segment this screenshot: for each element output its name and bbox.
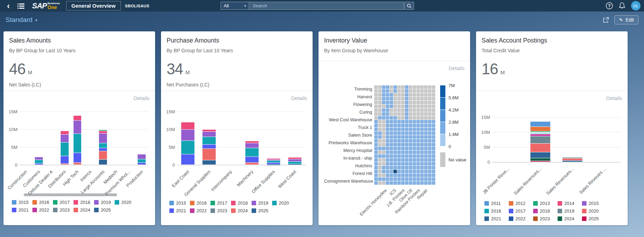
heatmap-cell[interactable] — [401, 112, 405, 116]
heatmap-cell[interactable] — [413, 105, 416, 108]
legend-item[interactable]: 2014 — [558, 201, 582, 206]
bar-segment[interactable] — [74, 163, 82, 165]
heatmap-cell[interactable] — [432, 174, 435, 177]
view-select[interactable]: Standard ▾ — [6, 16, 37, 24]
heatmap-cell[interactable] — [390, 166, 393, 169]
heatmap-cell[interactable] — [378, 135, 382, 139]
heatmap-cell[interactable] — [386, 162, 389, 166]
legend-item[interactable]: 2018 — [74, 200, 94, 205]
legend-item[interactable]: 2015 — [169, 200, 190, 206]
heatmap-cell[interactable] — [405, 124, 408, 127]
legend-item[interactable]: 2024 — [231, 208, 252, 213]
heatmap-cell[interactable] — [386, 116, 389, 120]
heatmap-cell[interactable] — [378, 116, 382, 120]
heatmap-cell[interactable] — [409, 151, 412, 154]
heatmap-cell[interactable] — [420, 108, 424, 112]
heatmap-cell[interactable] — [413, 181, 416, 185]
heatmap-cell[interactable] — [390, 85, 393, 89]
heatmap-cell[interactable] — [390, 105, 393, 108]
bar-segment[interactable] — [138, 154, 146, 159]
heatmap-cell[interactable] — [374, 101, 378, 104]
heatmap-cell[interactable] — [424, 139, 428, 143]
heatmap-cell[interactable] — [393, 124, 397, 127]
heatmap-cell[interactable] — [424, 158, 428, 162]
bar-segment[interactable] — [530, 161, 550, 162]
heatmap-cell[interactable] — [390, 131, 393, 135]
heatmap-cell[interactable] — [378, 174, 382, 177]
heatmap-cell[interactable] — [401, 101, 405, 104]
bar-segment[interactable] — [35, 160, 43, 163]
heatmap-cell[interactable] — [401, 174, 405, 177]
bar-segment[interactable] — [99, 151, 107, 159]
details-link[interactable]: Details — [133, 95, 150, 101]
heatmap-cell[interactable] — [386, 112, 389, 116]
heatmap-cell[interactable] — [382, 116, 385, 120]
heatmap-cell[interactable] — [378, 170, 382, 173]
heatmap-cell[interactable] — [420, 135, 424, 139]
legend-item[interactable]: 2019 — [252, 200, 272, 206]
bar-segment[interactable] — [245, 157, 259, 163]
heatmap-cell[interactable] — [374, 181, 378, 185]
heatmap-cell[interactable] — [432, 131, 435, 135]
heatmap-cell[interactable] — [416, 166, 420, 169]
bar-segment[interactable] — [245, 143, 259, 148]
heatmap-cell[interactable] — [390, 143, 393, 146]
heatmap-cell[interactable] — [413, 116, 416, 120]
bar-segment[interactable] — [530, 134, 550, 136]
heatmap-cell[interactable] — [393, 112, 397, 116]
heatmap-cell[interactable] — [409, 139, 412, 143]
heatmap-cell[interactable] — [393, 116, 397, 120]
search-icon[interactable] — [404, 2, 414, 10]
heatmap-cell[interactable] — [416, 177, 420, 181]
heatmap-cell[interactable] — [397, 105, 401, 108]
heatmap-cell[interactable] — [390, 128, 393, 131]
heatmap-cell[interactable] — [390, 101, 393, 104]
heatmap-cell[interactable] — [374, 112, 378, 116]
heatmap-cell[interactable] — [420, 97, 424, 100]
heatmap-cell[interactable] — [405, 85, 408, 89]
heatmap-cell[interactable] — [397, 154, 401, 158]
heatmap-cell[interactable] — [416, 135, 420, 139]
heatmap-cell[interactable] — [424, 89, 428, 93]
heatmap-cell[interactable] — [413, 135, 416, 139]
heatmap-cell[interactable] — [420, 162, 424, 166]
heatmap-cell[interactable] — [393, 101, 397, 104]
heatmap-cell[interactable] — [409, 131, 412, 135]
heatmap-cell[interactable] — [382, 112, 385, 116]
heatmap-cell[interactable] — [413, 101, 416, 104]
bar-segment[interactable] — [138, 163, 146, 165]
heatmap-cell[interactable] — [390, 124, 393, 127]
heatmap-cell[interactable] — [428, 97, 431, 100]
heatmap-cell[interactable] — [378, 101, 382, 104]
heatmap-cell[interactable] — [378, 139, 382, 143]
heatmap-cell[interactable] — [378, 128, 382, 131]
heatmap-cell[interactable] — [405, 174, 408, 177]
legend-item[interactable]: 2021 — [12, 207, 32, 213]
heatmap-cell[interactable] — [432, 124, 435, 127]
heatmap-cell[interactable] — [390, 112, 393, 116]
heatmap-cell[interactable] — [428, 166, 431, 169]
heatmap-cell[interactable] — [390, 93, 393, 97]
bar-segment[interactable] — [74, 134, 82, 152]
legend-item[interactable]: 2025 — [582, 216, 606, 221]
back-icon[interactable]: ‹ — [4, 2, 13, 9]
page-title[interactable]: General Overview — [66, 1, 121, 10]
heatmap-cell[interactable] — [393, 105, 397, 108]
heatmap-cell[interactable] — [428, 181, 431, 185]
heatmap-cell[interactable] — [374, 166, 378, 169]
heatmap-cell[interactable] — [405, 112, 408, 116]
heatmap-cell[interactable] — [374, 131, 378, 135]
heatmap-cell[interactable] — [401, 135, 405, 139]
heatmap-cell[interactable] — [420, 166, 424, 169]
heatmap-cell[interactable] — [374, 151, 378, 154]
legend-item[interactable]: 2019 — [94, 200, 115, 205]
heatmap-cell[interactable] — [382, 124, 385, 127]
heatmap-cell[interactable] — [378, 89, 382, 93]
heatmap-cell[interactable] — [420, 154, 424, 158]
heatmap-cell[interactable] — [416, 101, 420, 104]
heatmap-cell[interactable] — [397, 166, 401, 169]
heatmap-cell[interactable] — [432, 154, 435, 158]
heatmap-cell[interactable] — [405, 162, 408, 166]
heatmap-cell[interactable] — [424, 116, 428, 120]
heatmap-cell[interactable] — [374, 147, 378, 150]
